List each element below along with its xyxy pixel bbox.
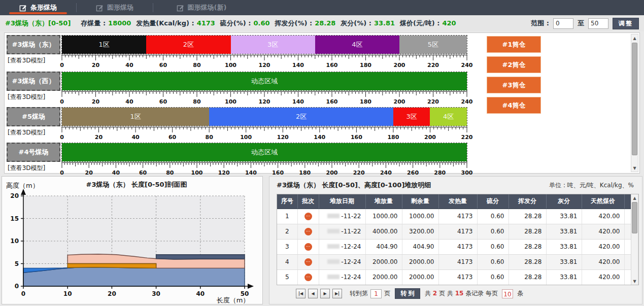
view-3d-model-link[interactable]: [查看3D模型] [8, 56, 45, 65]
prev-page-button[interactable]: ◀ [308, 289, 318, 298]
tab-2[interactable]: 圆形煤场 [77, 0, 153, 15]
cell-sulfur: 0.60 [477, 209, 509, 224]
cell-no: 3 [277, 239, 297, 254]
svg-text:160: 160 [272, 169, 284, 176]
zone-2区[interactable]: 2区 [209, 108, 393, 126]
cell-batch: ··· [297, 209, 319, 224]
first-page-button[interactable]: |◀ [296, 289, 306, 298]
svg-text:180: 180 [360, 62, 371, 69]
yard-bar-2: 动态区域 [61, 72, 467, 91]
tab-1[interactable]: 条形煤场 [0, 0, 76, 15]
column-header: 天然煤价 [582, 194, 624, 209]
scrollbar-thumb[interactable] [632, 43, 637, 155]
yard-axis: 020406080100120140160180200220 [61, 127, 467, 141]
batch-comment-icon[interactable]: ··· [304, 274, 312, 281]
scroll-down-icon[interactable]: ▼ [631, 164, 638, 172]
metric-value: 28.28 [315, 19, 335, 27]
next-page-button[interactable]: ▶ [320, 289, 330, 298]
zone-4区[interactable]: 4区 [430, 108, 467, 126]
silo-button-3[interactable]: #3筒仓 [487, 77, 541, 93]
svg-text:20: 20 [92, 98, 100, 105]
yard-metrics: 存煤量 :18000发热量(Kcal/kg) :4173硫分(%) :0.60挥… [76, 19, 456, 28]
cell-volatile: 28.28 [509, 239, 546, 254]
metric-label: 存煤量 : [81, 19, 106, 27]
svg-text:120: 120 [277, 134, 289, 141]
cell-remain: 1000.00 [402, 209, 438, 224]
zone-5区[interactable]: 5区 [399, 36, 467, 54]
tab-label: 圆形煤场 [107, 3, 133, 12]
view-3d-model-link[interactable]: [查看3D模型] [8, 164, 45, 173]
tab-3[interactable]: 圆形煤场(新) [153, 0, 250, 15]
batch-comment-icon[interactable]: ··· [304, 258, 312, 266]
scrollbar-thumb[interactable] [632, 202, 637, 233]
adjust-button[interactable]: 调整 [613, 18, 639, 29]
scroll-down-icon[interactable]: ▼ [631, 278, 638, 285]
cell-volatile: 28.28 [509, 254, 546, 269]
yard-axis: 020406080100120140160180200220240 [61, 55, 467, 69]
batch-comment-icon[interactable]: ··· [304, 243, 312, 251]
metric-label: 灰分(%) : [341, 19, 371, 27]
yard-label-4[interactable]: #4号煤场 [7, 143, 60, 162]
cell-date: -12-24 [319, 239, 365, 254]
scroll-up-icon[interactable]: ▲ [631, 194, 638, 201]
redacted-year [327, 259, 340, 264]
last-page-button[interactable]: ▶| [332, 289, 342, 298]
zone-1区[interactable]: 1区 [62, 108, 209, 126]
cell-ash: 33.81 [546, 239, 582, 254]
cell-qty: 2000.00 [365, 269, 402, 285]
zone-3区[interactable]: 3区 [231, 36, 315, 54]
scroll-up-icon[interactable]: ▲ [631, 35, 638, 42]
batch-comment-icon[interactable]: ··· [304, 213, 312, 220]
svg-text:140: 140 [314, 134, 325, 141]
cell-sulfur: 0.60 [477, 239, 509, 254]
table-scrollbar[interactable]: ▲ ▼ [631, 194, 638, 285]
stockpile-table: 序号批次堆放日期堆放量剩余量发热量硫分挥发分灰分天然煤价1···-11-2210… [277, 194, 632, 285]
yard-label-1[interactable]: #3煤场（东） [7, 35, 60, 54]
svg-text:280: 280 [434, 169, 446, 176]
cell-date: -12-24 [319, 269, 365, 285]
silo-button-4[interactable]: #4筒仓 [487, 97, 541, 114]
zone-4区[interactable]: 4区 [315, 36, 399, 54]
cell-no: 1 [277, 209, 297, 224]
table-row: 3···-12-24404.90404.9041730.6028.2833.81… [277, 239, 632, 254]
svg-text:60: 60 [159, 62, 167, 69]
svg-text:240: 240 [461, 98, 473, 105]
view-3d-model-link[interactable]: [查看3D模型] [8, 93, 45, 101]
zone-1区[interactable]: 1区 [62, 36, 146, 54]
view-3d-model-link[interactable]: [查看3D模型] [8, 128, 45, 137]
selected-yard-title: #3煤场（东）[0-50] [5, 19, 71, 28]
yard-label-2[interactable]: #3煤场（西） [7, 72, 60, 91]
svg-text:160: 160 [326, 98, 338, 105]
silo-button-1[interactable]: #1筒仓 [487, 36, 541, 53]
svg-text:200: 200 [326, 169, 338, 176]
cell-heat: 4173 [438, 269, 477, 285]
svg-text:240: 240 [461, 62, 473, 69]
yard-label-3[interactable]: #5煤场 [7, 107, 60, 126]
cell-heat: 4173 [438, 254, 477, 269]
cell-price: 420.00 [582, 224, 624, 239]
cell-date: -11-22 [319, 224, 365, 239]
silo-button-2[interactable]: #2筒仓 [487, 56, 541, 73]
svg-text:10: 10 [10, 237, 19, 245]
zone-动态区域[interactable]: 动态区域 [62, 143, 467, 161]
cell-price: 420.00 [582, 269, 624, 285]
zone-3区[interactable]: 3区 [393, 108, 430, 126]
svg-text:100: 100 [225, 98, 236, 105]
yards-scrollbar[interactable]: ▲ ▼ [631, 34, 638, 172]
per-page-input[interactable]: 10 [502, 289, 513, 298]
range-to-input[interactable] [588, 18, 608, 29]
redacted-year [327, 214, 340, 218]
range-from-input[interactable] [553, 18, 573, 29]
zone-2区[interactable]: 2区 [146, 36, 230, 54]
page-number-input[interactable] [370, 289, 382, 298]
cell-ash: 33.81 [546, 254, 582, 269]
batch-comment-icon[interactable]: ··· [304, 228, 312, 235]
column-header: 灰分 [546, 194, 582, 209]
cell-batch: ··· [297, 239, 319, 254]
metric-label: 煤价(元/吨) : [400, 19, 439, 27]
goto-button[interactable]: 转 到 [395, 288, 420, 299]
svg-text:80: 80 [193, 62, 201, 69]
table-box: 序号批次堆放日期堆放量剩余量发热量硫分挥发分灰分天然煤价1···-11-2210… [277, 194, 639, 285]
cell-qty: 1000.00 [365, 209, 402, 224]
zone-动态区域[interactable]: 动态区域 [62, 72, 467, 90]
